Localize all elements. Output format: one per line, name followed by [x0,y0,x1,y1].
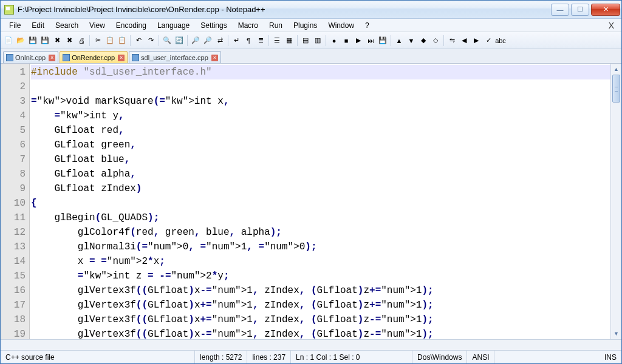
menu-plugins[interactable]: Plugins [289,20,322,31]
code-line[interactable]: glVertex3f((GLfloat)x-="num">1, zIndex, … [31,283,610,298]
line-number-gutter: 12345678910111213141516171819 [1,64,30,339]
tab-close-icon[interactable]: × [49,55,55,61]
code-line[interactable]: #include "sdl_user_interface.h" [31,65,610,79]
code-line[interactable] [31,79,610,94]
word-wrap-icon[interactable]: ↵ [231,35,242,46]
scroll-up-icon[interactable]: ▲ [611,64,621,75]
code-line[interactable]: glVertex3f((GLfloat)x-="num">1, zIndex, … [31,327,610,339]
all-chars-icon[interactable]: ¶ [243,35,254,46]
code-line[interactable]: glNormal3i(="num">0, ="num">1, ="num">0)… [31,240,610,254]
save-macro-icon[interactable]: 💾 [377,35,388,46]
copy-icon[interactable]: 📋 [104,35,115,46]
horizontal-scrollbar[interactable] [1,339,621,350]
menubar-close-icon[interactable]: X [605,21,618,30]
menu-window[interactable]: Window [323,20,359,31]
paste-icon[interactable]: 📋 [117,35,128,46]
code-line[interactable]: ="kw">int z = -="num">2*y; [31,269,610,283]
bookmark-clear-icon[interactable]: ◇ [430,35,441,46]
new-icon[interactable]: 📄 [3,35,14,46]
vertical-scrollbar[interactable]: ▲ ▼ [610,64,621,339]
code-line[interactable]: GLfloat green, [31,138,610,152]
menubar: File Edit Search View Encoding Language … [1,19,621,32]
replace-icon[interactable]: 🔄 [174,35,185,46]
toolbar-separator [159,35,159,46]
minimize-button[interactable]: — [551,4,569,16]
toolbar-separator [297,35,298,46]
line-number: 18 [1,312,26,327]
toolbar-separator [391,35,391,46]
zoom-in-icon[interactable]: 🔎 [190,35,201,46]
code-line[interactable]: GLfloat zIndex) [31,181,610,196]
code-line[interactable]: { [31,196,610,211]
save-all-icon[interactable]: 💾 [39,35,50,46]
close-button[interactable]: ✕ [591,4,620,16]
fold-all-icon[interactable]: ▤ [300,35,311,46]
print-icon[interactable]: 🖨 [76,35,87,46]
file-icon [132,54,139,61]
record-icon[interactable]: ● [329,35,340,46]
play-multi-icon[interactable]: ⏭ [365,35,376,46]
titlebar[interactable]: F:\Project Invincible\Project Invincible… [1,1,621,19]
bookmark-toggle-icon[interactable]: ◆ [418,35,429,46]
open-icon[interactable]: 📂 [15,35,26,46]
menu-encoding[interactable]: Encoding [111,20,151,31]
menu-help[interactable]: ? [360,20,374,31]
menu-macro[interactable]: Macro [233,20,263,31]
code-line[interactable]: ="kw">int y, [31,109,610,123]
menu-run[interactable]: Run [264,20,287,31]
sync-icon[interactable]: ⇄ [214,35,225,46]
menu-search[interactable]: Search [50,20,83,31]
line-number: 11 [1,211,26,225]
scroll-down-icon[interactable]: ▼ [611,328,621,339]
code-line[interactable]: GLfloat blue, [31,152,610,167]
code-line[interactable]: GLfloat alpha, [31,167,610,181]
compare-icon[interactable]: ⇋ [446,35,457,46]
stop-icon[interactable]: ■ [341,35,352,46]
unfold-all-icon[interactable]: ▥ [312,35,323,46]
indent-guide-icon[interactable]: ≣ [255,35,266,46]
bookmark-down-icon[interactable]: ▼ [406,35,417,46]
bookmark-up-icon[interactable]: ▲ [394,35,405,46]
scroll-thumb[interactable] [612,75,620,103]
code-line[interactable]: x = ="num">2*x; [31,254,610,269]
tab-sdl-ui[interactable]: sdl_user_interface.cpp × [129,51,221,63]
code-line[interactable]: glVertex3f((GLfloat)x+="num">1, zIndex, … [31,298,610,312]
lang-panel-icon[interactable]: ☰ [272,35,282,46]
code-line[interactable]: glColor4f(red, green, blue, alpha); [31,225,610,240]
nav-fwd-icon[interactable]: ▶ [471,35,482,46]
menu-language[interactable]: Language [152,20,194,31]
tab-close-icon[interactable]: × [211,55,218,61]
line-number: 10 [1,196,26,211]
save-icon[interactable]: 💾 [27,35,38,46]
line-number: 13 [1,240,26,254]
tab-onrender[interactable]: OnRender.cpp × [60,51,128,63]
scroll-track[interactable] [611,75,621,328]
code-area[interactable]: #include "sdl_user_interface.h"="kw">voi… [30,64,610,339]
zoom-out-icon[interactable]: 🔎 [202,35,213,46]
redo-icon[interactable]: ↷ [145,35,156,46]
code-line[interactable]: glVertex3f((GLfloat)x+="num">1, zIndex, … [31,312,610,327]
line-number: 6 [1,138,26,152]
status-eol: Dos\Windows [412,351,467,363]
menu-settings[interactable]: Settings [196,20,231,31]
code-line[interactable]: ="kw">void markSquare(="kw">int x, [31,94,610,109]
undo-icon[interactable]: ↶ [133,35,144,46]
find-icon[interactable]: 🔍 [162,35,173,46]
menu-view[interactable]: View [84,20,110,31]
tab-oninit[interactable]: OnInit.cpp × [3,51,58,63]
abc-icon[interactable]: abc [495,35,506,46]
maximize-button[interactable]: ☐ [571,4,589,16]
doc-map-icon[interactable]: ▦ [284,35,295,46]
play-icon[interactable]: ▶ [353,35,364,46]
cut-icon[interactable]: ✂ [92,35,103,46]
spell-icon[interactable]: ✓ [483,35,494,46]
code-line[interactable]: glBegin(GL_QUADS); [31,211,610,225]
menu-edit[interactable]: Edit [27,20,49,31]
nav-back-icon[interactable]: ◀ [459,35,470,46]
tab-close-icon[interactable]: × [118,55,125,61]
line-number: 12 [1,225,26,240]
menu-file[interactable]: File [4,20,26,31]
code-line[interactable]: GLfloat red, [31,123,610,138]
close-all-icon[interactable]: ✖ [64,35,75,46]
close-icon[interactable]: ✖ [52,35,63,46]
